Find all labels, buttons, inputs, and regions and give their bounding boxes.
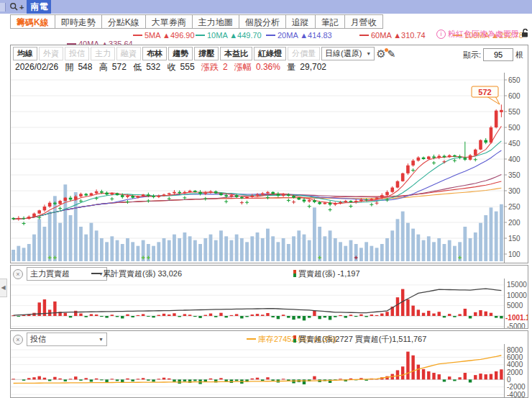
trust-panel: × 投信 ▼ 庫存27452.661 (4.3%) 買賣超(張)2727 買賣超…: [10, 330, 528, 398]
high-value: 572: [112, 62, 127, 72]
close-label: 收: [168, 62, 176, 72]
pink-area-note: i 粉紅色區塊為處置股: [436, 29, 519, 40]
svg-text:5000: 5000: [507, 302, 523, 309]
volume-label: 量: [287, 62, 295, 72]
svg-text:150: 150: [508, 235, 520, 243]
period-select[interactable]: 日線(還原)▼: [321, 47, 375, 60]
svg-text:200: 200: [508, 219, 520, 227]
svg-text:400: 400: [508, 155, 520, 163]
trust-chart[interactable]: 80006000400020000-2000-4000: [11, 344, 528, 397]
quote-date: 2026/02/26: [15, 62, 58, 72]
svg-text:-4000: -4000: [507, 391, 526, 398]
tab-5[interactable]: 個股分析: [239, 14, 286, 29]
tab-4[interactable]: 主力地圖: [192, 14, 239, 29]
line-swatch: [91, 273, 101, 274]
open-label: 開: [65, 62, 73, 72]
indicator-button-紅綠燈[interactable]: 紅綠燈: [254, 47, 286, 60]
change-value: 2: [223, 62, 228, 72]
pct-label: 漲幅: [234, 62, 252, 72]
low-label: 低: [133, 62, 142, 72]
display-unit: 根: [515, 50, 523, 60]
line-swatch: [133, 35, 142, 36]
magnifier-icon[interactable]: [9, 2, 19, 12]
indicator-button-趨勢[interactable]: 趨勢: [168, 47, 193, 60]
svg-text:500: 500: [508, 124, 520, 132]
gear-icon[interactable]: ⚙: [376, 49, 385, 59]
svg-text:15000: 15000: [507, 281, 527, 289]
svg-text:572: 572: [478, 88, 491, 96]
info-icon: i: [436, 30, 446, 39]
indicator-button-分價量[interactable]: 分價量: [288, 47, 320, 60]
svg-text:450: 450: [508, 140, 520, 148]
panel2-line-legend: 累計買賣超(張) 33,026: [91, 268, 182, 279]
display-label: 顯示:: [463, 50, 481, 60]
indicator-button-主力[interactable]: 主力: [91, 47, 115, 60]
chip-kline-app: { "icons": {"close":"×","help":"?","gear…: [0, 0, 532, 398]
tab-0[interactable]: 籌碼K線: [10, 14, 55, 29]
indicator-button-外資[interactable]: 外資: [39, 47, 63, 60]
svg-text:550: 550: [508, 108, 520, 116]
display-count-control: 顯示: 根: [463, 48, 523, 61]
ma-legend-5MA: 5MA ▲496.90: [133, 31, 195, 40]
main-chart-panel: 均線外資投信主力融資布林趨勢撐壓本益比紅綠燈分價量日線(還原)▼⚙✎ 顯示: 根…: [10, 45, 528, 263]
indicator-button-本益比[interactable]: 本益比: [220, 47, 252, 60]
tab-8[interactable]: 月營收: [344, 14, 383, 29]
bar-swatch-icon: [293, 270, 296, 277]
pencil-icon[interactable]: ✎: [387, 48, 396, 60]
stock-name-chip[interactable]: 南電: [27, 0, 51, 14]
svg-text:100: 100: [508, 250, 520, 258]
panel3-bar-legend: 買賣超(張)2727 買賣超(千)1,511,767: [293, 334, 426, 345]
line-swatch: [266, 35, 275, 36]
bar-swatch-icon: [293, 335, 296, 343]
svg-text:350: 350: [508, 171, 520, 179]
indicator-toolbar: 均線外資投信主力融資布林趨勢撐壓本益比紅綠燈分價量日線(還原)▼⚙✎: [13, 47, 395, 60]
app-topbar: + 南電: [0, 0, 532, 14]
indicator-button-融資[interactable]: 融資: [116, 47, 141, 60]
indicator-button-投信[interactable]: 投信: [65, 47, 89, 60]
ma-legend-10MA: 10MA ▲449.70: [196, 31, 262, 40]
panel3-select-value: 投信: [30, 334, 46, 345]
panel2-bar-legend: 買賣超(張) -1,197: [293, 268, 360, 279]
close-value: 555: [180, 62, 195, 72]
tab-3[interactable]: 大單券商: [145, 14, 193, 29]
zoom-plus-icon[interactable]: +: [19, 3, 24, 12]
svg-text:10000: 10000: [507, 291, 527, 299]
svg-text:-5000: -5000: [507, 322, 526, 328]
svg-text:300: 300: [508, 187, 520, 195]
ma-legend-60MA: 60MA ▲310.74: [359, 31, 426, 40]
close-icon[interactable]: ×: [13, 269, 23, 279]
main-force-panel: × 主力買賣超 ▼ ? 累計買賣超(張) 33,026 買賣超(張) -1,19…: [10, 265, 528, 329]
low-value: 532: [146, 62, 160, 72]
svg-text:650: 650: [508, 76, 520, 84]
change-label: 漲跌: [201, 62, 219, 72]
open-value: 548: [78, 62, 92, 72]
tab-6[interactable]: 追蹤: [285, 14, 316, 29]
indicator-button-撐壓[interactable]: 撐壓: [194, 47, 219, 60]
line-swatch: [196, 35, 205, 36]
tab-2[interactable]: 分點K線: [101, 14, 146, 29]
sidebar-collapse-handle[interactable]: ◀: [0, 279, 7, 297]
indicator-button-布林[interactable]: 布林: [142, 47, 167, 60]
high-label: 高: [99, 62, 108, 72]
panel2-select-value: 主力買賣超: [30, 268, 70, 279]
volume-value: 29,702: [300, 62, 326, 72]
svg-text:-1001.1: -1001.1: [505, 314, 528, 322]
line-swatch: [359, 35, 369, 36]
svg-text:250: 250: [508, 203, 520, 211]
candlestick-chart[interactable]: 650600550500450400350300250200150100572: [11, 73, 528, 263]
tab-7[interactable]: 筆記: [315, 14, 345, 29]
display-count-input[interactable]: [483, 48, 513, 61]
main-force-chart[interactable]: 15000100005000-5000-1001.1: [11, 279, 528, 328]
quote-row: 2026/02/26 開548 高572 低532 收555 漲跌2 漲幅0.3…: [15, 61, 331, 73]
indicator-button-均線[interactable]: 均線: [13, 47, 37, 60]
pink-note-text: 粉紅色區塊為處置股: [448, 29, 519, 40]
main-tab-strip: 籌碼K線即時走勢分點K線大單券商主力地圖個股分析追蹤筆記月營收: [10, 14, 383, 29]
unlock-icon[interactable]: [520, 28, 530, 40]
close-icon[interactable]: ×: [13, 335, 23, 345]
tab-1[interactable]: 即時走勢: [55, 14, 102, 29]
line-swatch: [247, 338, 256, 340]
pct-value: 0.36%: [256, 62, 280, 72]
clipped-toolbar-icon: [0, 3, 6, 12]
svg-text:600: 600: [508, 92, 520, 100]
chevron-down-icon: ▼: [98, 337, 104, 342]
